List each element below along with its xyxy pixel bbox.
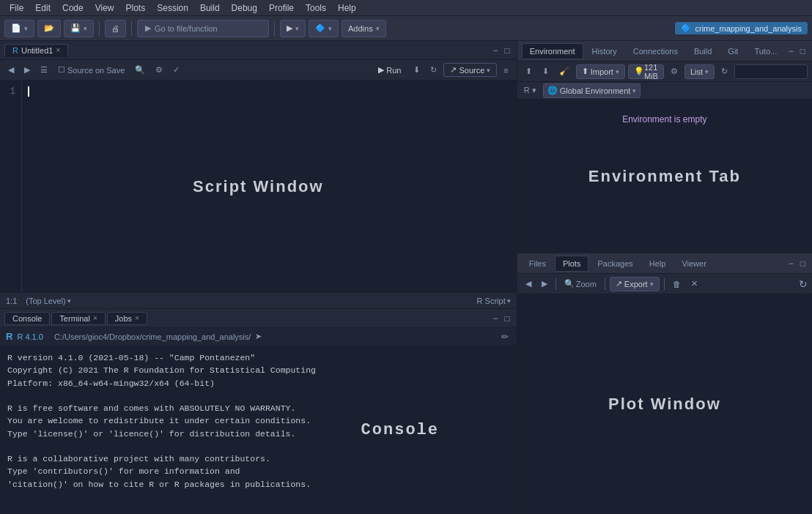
env-refresh-btn[interactable]: ↻ — [717, 66, 731, 77]
editor-titlebar-right — [490, 45, 512, 56]
knit-btn[interactable]: 🔷 ▾ — [309, 20, 339, 37]
console-path: C:/Users/gioc4/Dropbox/crime_mapping_and… — [54, 332, 251, 341]
env-minimize-btn[interactable] — [786, 45, 796, 57]
new-file-btn[interactable]: 📄 ▾ — [4, 20, 34, 37]
menu-plots[interactable]: Plots — [121, 1, 151, 15]
list-view-btn[interactable]: List ▾ — [684, 64, 715, 79]
goto-file-input[interactable]: ▶ Go to file/function — [137, 20, 269, 37]
tab-viewer[interactable]: Viewer — [674, 256, 713, 271]
left-panel: R Untitled1 × ◀ ▶ ☰ ☐ Source on Save — [0, 41, 517, 514]
tab-build[interactable]: Build — [687, 44, 719, 59]
plot-delete-btn[interactable]: 🗑 — [669, 279, 684, 289]
console-content[interactable]: R version 4.1.0 (2021-05-18) -- "Camp Po… — [0, 346, 517, 514]
menu-build[interactable]: Build — [195, 1, 225, 15]
editor-tab-untitled1[interactable]: R Untitled1 × — [4, 44, 68, 57]
code-area[interactable] — [22, 81, 517, 292]
plot-tabs-right — [786, 258, 808, 269]
menu-code[interactable]: Code — [57, 1, 89, 15]
env-window-label: Environment Tab — [588, 167, 741, 186]
export-btn[interactable]: ↗ Export ▾ — [610, 277, 660, 291]
import-btn[interactable]: ⬆ Import ▾ — [576, 64, 625, 79]
plot-maximize-btn[interactable] — [798, 258, 808, 269]
settings-btn[interactable]: ⚙ — [152, 64, 166, 75]
tab-history[interactable]: History — [585, 44, 624, 59]
menu-help[interactable]: Help — [333, 1, 361, 15]
editor-maximize-btn[interactable] — [502, 45, 512, 56]
editor-more-btn[interactable]: ≡ — [500, 65, 512, 75]
zoom-btn[interactable]: 🔍 Zoom — [561, 278, 600, 289]
run-code-btn[interactable]: ▶ Run — [372, 64, 407, 76]
list-dropdown-icon: ▾ — [705, 68, 709, 75]
tab-terminal[interactable]: Terminal × — [51, 312, 105, 325]
menu-file[interactable]: File — [4, 1, 29, 15]
open-file-btn[interactable]: 📂 — [37, 20, 61, 37]
search-btn[interactable]: 🔍 — [131, 64, 149, 75]
project-badge[interactable]: 🔷 crime_mapping_and_analysis — [675, 22, 808, 34]
env-settings-btn[interactable]: ⚙ — [667, 66, 682, 77]
editor-tab-close[interactable]: × — [56, 46, 60, 54]
tab-environment[interactable]: Environment — [522, 43, 583, 59]
plot-forward-btn[interactable]: ▶ — [538, 278, 551, 289]
env-selector-dropdown-icon: ▾ — [632, 87, 636, 94]
script-type-label[interactable]: R Script ▾ — [477, 297, 511, 305]
tab-console[interactable]: Console — [4, 312, 50, 325]
save-btn[interactable]: 💾 ▾ — [64, 20, 94, 37]
plot-clear-btn[interactable]: ✕ — [687, 278, 701, 289]
tab-jobs[interactable]: Jobs × — [107, 312, 147, 325]
menu-view[interactable]: View — [90, 1, 119, 15]
env-r-btn[interactable]: R ▾ — [522, 85, 539, 96]
console-maximize-btn[interactable] — [502, 313, 512, 324]
menu-profile[interactable]: Profile — [264, 1, 299, 15]
file-tree-icon: ☰ — [40, 65, 48, 75]
tab-plots[interactable]: Plots — [555, 256, 588, 272]
list-view-label: List — [690, 67, 703, 76]
re-run-btn[interactable]: ↻ — [427, 64, 440, 75]
tab-packages[interactable]: Packages — [590, 256, 640, 271]
menu-tools[interactable]: Tools — [300, 1, 331, 15]
scope-dropdown-icon[interactable]: ▾ — [67, 297, 71, 305]
editor-minimize-btn[interactable] — [490, 45, 500, 56]
forward-btn[interactable]: ▶ — [21, 64, 34, 75]
env-save-btn[interactable]: ⬇ — [539, 66, 553, 77]
editor-content[interactable]: 1 Script Window — [0, 81, 517, 292]
env-clear-icon: 🧹 — [559, 67, 569, 76]
env-load-btn[interactable]: ⬆ — [522, 66, 536, 77]
tab-files[interactable]: Files — [522, 256, 553, 271]
run-lines-btn[interactable]: ⬇ — [410, 64, 424, 75]
zoom-icon: 🔍 — [564, 279, 575, 288]
console-line-8 — [7, 440, 509, 452]
plot-back-btn[interactable]: ◀ — [522, 278, 535, 289]
env-search-input[interactable] — [734, 64, 808, 79]
spell-check-btn[interactable]: ✓ — [169, 64, 183, 75]
file-tree-btn[interactable]: ☰ — [37, 64, 51, 75]
console-line-10: Type 'contributors()' for more informati… — [7, 465, 509, 477]
console-minimize-btn[interactable] — [490, 313, 500, 324]
jobs-tab-close[interactable]: × — [135, 314, 139, 322]
source-code-btn[interactable]: ↗ Source ▾ — [443, 63, 497, 77]
tab-git[interactable]: Git — [720, 44, 745, 59]
run-btn-toolbar[interactable]: ▶ ▾ — [280, 20, 306, 37]
global-env-selector[interactable]: 🌐 Global Environment ▾ — [543, 83, 641, 98]
tab-tutorial[interactable]: Tuto... — [747, 44, 784, 59]
addins-btn[interactable]: Addins ▾ — [342, 20, 386, 37]
env-clear-btn[interactable]: 🧹 — [556, 66, 573, 77]
source-on-save-btn[interactable]: ☐ Source on Save — [54, 64, 128, 75]
toolbar-sep-1 — [99, 21, 100, 36]
plot-refresh-icon[interactable]: ↻ — [799, 278, 808, 290]
tab-connections[interactable]: Connections — [626, 44, 685, 59]
menu-debug[interactable]: Debug — [226, 1, 262, 15]
print-btn[interactable]: 🖨 — [105, 20, 126, 37]
console-tabs: Console Terminal × Jobs × — [0, 309, 517, 328]
save-dropdown-icon: ▾ — [84, 25, 87, 32]
menu-edit[interactable]: Edit — [30, 1, 56, 15]
menu-session[interactable]: Session — [152, 1, 193, 15]
tab-help[interactable]: Help — [642, 256, 673, 271]
console-edit-btn[interactable]: ✏ — [499, 331, 511, 343]
env-maximize-btn[interactable] — [798, 45, 808, 57]
plot-toolbar: ◀ ▶ 🔍 Zoom ↗ Export ▾ 🗑 ✕ ↻ — [517, 274, 812, 294]
terminal-tab-close[interactable]: × — [93, 314, 97, 322]
back-btn[interactable]: ◀ — [4, 64, 18, 75]
plot-minimize-btn[interactable] — [786, 258, 796, 269]
jobs-tab-label: Jobs — [115, 314, 132, 323]
export-label: Export — [624, 280, 648, 288]
